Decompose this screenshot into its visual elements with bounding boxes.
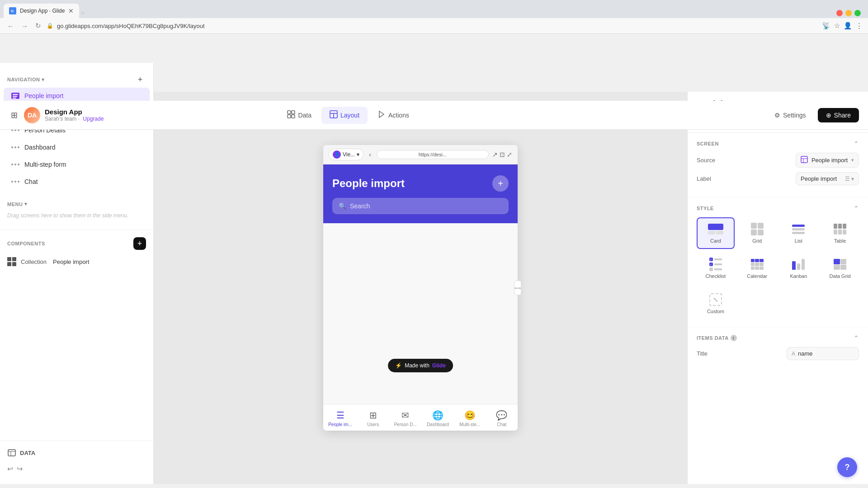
title-type-icon: A — [792, 351, 795, 357]
list-style-icon — [790, 223, 807, 235]
phone-tab-chat[interactable]: 💬 Chat — [487, 408, 516, 429]
phone-tab-bar: ☰ People im... ⊞ Users ✉ Person D... — [323, 408, 518, 429]
apps-grid-icon[interactable]: ⊞ — [9, 108, 19, 122]
tab-actions-label: Actions — [388, 112, 409, 119]
tab-data-label: Data — [298, 112, 311, 119]
phone-toolbar-buttons: ↗ ⊡ ⤢ — [492, 151, 512, 158]
phone-add-button[interactable]: + — [492, 175, 509, 192]
back-button[interactable]: ← — [5, 21, 16, 31]
style-section-title: STYLE — [697, 206, 714, 211]
phone-body — [323, 223, 518, 404]
collection-sublabel: People import — [53, 258, 89, 265]
table-label: Table — [834, 238, 846, 244]
collection-component[interactable]: Collection People import — [0, 253, 153, 270]
style-data-grid[interactable]: Data Grid — [821, 253, 859, 284]
share-label: Share — [834, 112, 851, 119]
share-icon: ⊕ — [826, 112, 831, 119]
phone-user-button[interactable]: 👤 Vie... ▾ — [329, 149, 363, 160]
phone-user-chevron-icon: ▾ — [357, 151, 359, 158]
style-checklist[interactable]: ✓ ✓ Checklist — [697, 253, 735, 284]
settings-button[interactable]: ⚙ Settings — [768, 108, 812, 122]
source-row: Source People import ▾ — [697, 153, 859, 168]
collection-label: Collection — [21, 258, 47, 265]
phone-url-display[interactable]: https://desi... — [377, 150, 489, 159]
phone-browser-bar: 👤 Vie... ▾ ‹ https://desi... ↗ ⊡ ⤢ — [323, 145, 518, 164]
phone-fullscreen-icon[interactable]: ⤢ — [507, 151, 512, 158]
undo-redo-group: ↩ ↪ — [0, 461, 153, 477]
tab-close-button[interactable]: ✕ — [68, 7, 74, 14]
data-section[interactable]: DATA — [0, 445, 153, 461]
style-section-toggle[interactable]: ⌃ — [854, 205, 859, 212]
style-calendar[interactable]: Calendar — [738, 253, 776, 284]
window-close-button[interactable] — [836, 10, 843, 16]
phone-external-link-icon[interactable]: ↗ — [492, 151, 498, 158]
new-tab-button[interactable]: + — [80, 9, 85, 18]
reload-button[interactable]: ↻ — [33, 21, 43, 31]
add-component-button[interactable]: + — [133, 237, 146, 250]
profile-icon[interactable]: 👤 — [844, 22, 852, 30]
navigation-section-header: NAVIGATION ▾ + — [0, 70, 153, 87]
title-field-value[interactable]: A name — [787, 347, 859, 360]
style-card[interactable]: Card — [697, 217, 735, 249]
sidebar-item-multistep-form[interactable]: Multi-step form — [4, 156, 150, 173]
tab-layout[interactable]: Layout — [321, 107, 368, 124]
items-data-toggle[interactable]: ⌃ — [854, 334, 859, 342]
label-value: People import — [801, 175, 837, 182]
phone-tab-multistep[interactable]: 😊 Multi-ste... — [455, 408, 484, 429]
sidebar-item-chat[interactable]: Chat — [4, 174, 150, 190]
dashboard-label: Dashboard — [24, 144, 56, 151]
add-nav-item-button[interactable]: + — [134, 74, 146, 85]
sidebar-item-dashboard[interactable]: Dashboard — [4, 139, 150, 155]
list-label: List — [795, 238, 802, 244]
window-minimize-button[interactable] — [845, 10, 852, 16]
style-section-header: STYLE ⌃ — [697, 205, 859, 212]
phone-tab-people-import[interactable]: ☰ People im... — [325, 408, 356, 429]
undo-button[interactable]: ↩ — [7, 465, 13, 473]
data-label: DATA — [20, 450, 35, 456]
items-data-info-icon[interactable]: i — [731, 335, 737, 341]
phone-search-bar[interactable]: 🔍 Search — [332, 198, 509, 214]
redo-button[interactable]: ↪ — [17, 465, 23, 473]
kanban-style-icon — [790, 258, 807, 271]
cast-icon[interactable]: 📡 — [822, 22, 830, 30]
screen-section: SCREEN ⌃ Source People import ▾ Label — [688, 133, 868, 197]
forward-button[interactable]: → — [19, 21, 30, 31]
style-table[interactable]: Table — [821, 217, 859, 249]
share-button[interactable]: ⊕ Share — [818, 108, 859, 122]
screen-section-toggle[interactable]: ⌃ — [854, 140, 859, 147]
style-custom[interactable]: Custom — [697, 288, 735, 319]
menu-icon[interactable]: ⋮ — [856, 22, 863, 30]
phone-back-button[interactable]: ‹ — [367, 150, 373, 159]
svg-text:G: G — [11, 9, 14, 13]
style-grid-item[interactable]: Grid — [738, 217, 776, 249]
app-logo: DA — [24, 107, 40, 123]
label-label: Label — [697, 175, 711, 182]
label-input[interactable]: People import ☰ ▾ — [796, 172, 859, 185]
tab-data[interactable]: Data — [279, 107, 320, 124]
style-kanban[interactable]: Kanban — [780, 253, 818, 284]
menu-section-header: MENU ▾ — [0, 197, 153, 209]
browser-tab[interactable]: G Design App · Glide ✕ — [4, 4, 79, 18]
url-display[interactable]: go.glideapps.com/app/sHoQEhK79BCg8pugJV9… — [57, 23, 818, 29]
components-header: COMPONENTS + — [0, 235, 153, 253]
phone-tab-chat-icon: 💬 — [496, 410, 507, 421]
help-button[interactable]: ? — [837, 457, 857, 477]
star-icon[interactable]: ☆ — [834, 22, 840, 30]
items-data-title: ITEMS DATA i — [697, 335, 737, 341]
resize-handle[interactable]: ⟺ — [514, 281, 521, 295]
tab-actions[interactable]: Actions — [369, 107, 417, 124]
components-section: COMPONENTS + Collection People import — [0, 230, 153, 270]
window-maximize-button[interactable] — [854, 10, 861, 16]
glide-logo: Glide — [432, 362, 446, 369]
style-list[interactable]: List — [780, 217, 818, 249]
collection-icon — [7, 257, 16, 266]
phone-tab-dashboard[interactable]: 🌐 Dashboard — [423, 408, 453, 429]
calendar-label: Calendar — [747, 273, 767, 279]
phone-tab-users[interactable]: ⊞ Users — [359, 408, 387, 429]
people-import-label: People import — [24, 92, 63, 99]
style-grid: Card Grid — [697, 217, 859, 319]
phone-tab-person-d[interactable]: ✉ Person D... — [391, 408, 420, 429]
source-select[interactable]: People import ▾ — [796, 153, 859, 168]
phone-layout-icon[interactable]: ⊡ — [500, 151, 505, 158]
upgrade-link[interactable]: Upgrade — [83, 116, 104, 122]
